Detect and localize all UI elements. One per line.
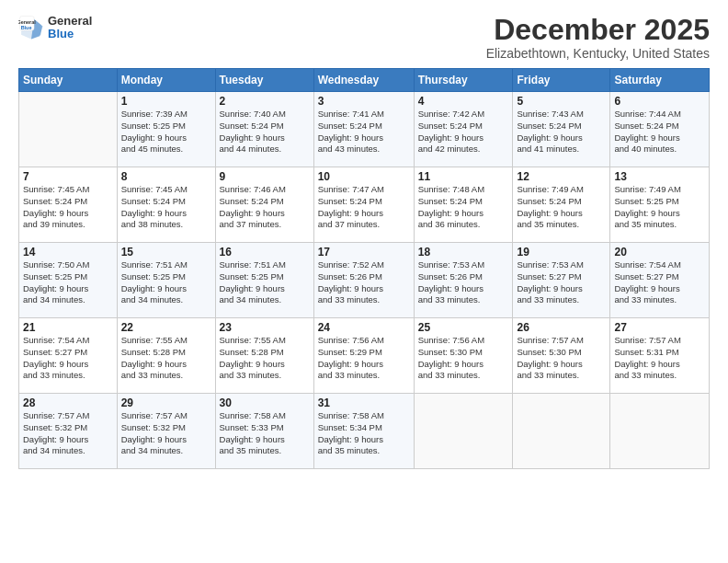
day-info: Sunrise: 7:51 AMSunset: 5:25 PMDaylight:… [121, 259, 211, 306]
calendar-dow-saturday: Saturday [610, 69, 710, 92]
calendar-cell: 6Sunrise: 7:44 AMSunset: 5:24 PMDaylight… [610, 92, 710, 167]
day-info: Sunrise: 7:50 AMSunset: 5:25 PMDaylight:… [23, 259, 113, 306]
day-number: 24 [318, 321, 410, 334]
calendar-header-row: SundayMondayTuesdayWednesdayThursdayFrid… [19, 69, 710, 92]
calendar-cell: 17Sunrise: 7:52 AMSunset: 5:26 PMDayligh… [313, 243, 414, 318]
day-number: 28 [23, 396, 113, 409]
day-number: 21 [23, 321, 113, 334]
calendar-cell [610, 394, 710, 469]
day-number: 3 [318, 95, 410, 108]
calendar-cell: 22Sunrise: 7:55 AMSunset: 5:28 PMDayligh… [117, 318, 215, 394]
day-number: 31 [318, 396, 410, 409]
header: General Blue General Blue December 2025 … [18, 15, 710, 61]
day-number: 20 [614, 246, 705, 259]
day-info: Sunrise: 7:55 AMSunset: 5:28 PMDaylight:… [121, 335, 211, 382]
day-info: Sunrise: 7:57 AMSunset: 5:31 PMDaylight:… [614, 335, 705, 382]
day-info: Sunrise: 7:51 AMSunset: 5:25 PMDaylight:… [220, 259, 310, 306]
calendar-cell [513, 394, 610, 469]
day-number: 13 [614, 170, 705, 183]
calendar-cell: 4Sunrise: 7:42 AMSunset: 5:24 PMDaylight… [414, 92, 513, 167]
day-number: 15 [121, 246, 211, 259]
day-info: Sunrise: 7:41 AMSunset: 5:24 PMDaylight:… [318, 109, 410, 155]
day-info: Sunrise: 7:57 AMSunset: 5:32 PMDaylight:… [121, 410, 211, 457]
title-area: December 2025 Elizabethtown, Kentucky, U… [486, 15, 710, 61]
day-info: Sunrise: 7:48 AMSunset: 5:24 PMDaylight:… [418, 184, 509, 231]
calendar-cell: 27Sunrise: 7:57 AMSunset: 5:31 PMDayligh… [610, 318, 710, 394]
calendar-cell: 19Sunrise: 7:53 AMSunset: 5:27 PMDayligh… [513, 243, 610, 318]
day-info: Sunrise: 7:39 AMSunset: 5:25 PMDaylight:… [121, 109, 211, 155]
day-info: Sunrise: 7:58 AMSunset: 5:34 PMDaylight:… [318, 410, 410, 457]
day-info: Sunrise: 7:57 AMSunset: 5:32 PMDaylight:… [23, 410, 113, 457]
day-number: 22 [121, 321, 211, 334]
calendar-dow-thursday: Thursday [414, 69, 513, 92]
day-number: 23 [220, 321, 310, 334]
day-info: Sunrise: 7:49 AMSunset: 5:25 PMDaylight:… [614, 184, 705, 231]
calendar-cell: 8Sunrise: 7:45 AMSunset: 5:24 PMDaylight… [117, 167, 215, 243]
day-number: 10 [318, 170, 410, 183]
day-info: Sunrise: 7:49 AMSunset: 5:24 PMDaylight:… [517, 184, 606, 231]
calendar-dow-wednesday: Wednesday [313, 69, 414, 92]
day-number: 27 [614, 321, 705, 334]
day-number: 18 [418, 246, 509, 259]
day-number: 8 [121, 170, 211, 183]
day-info: Sunrise: 7:43 AMSunset: 5:24 PMDaylight:… [517, 109, 606, 155]
day-info: Sunrise: 7:54 AMSunset: 5:27 PMDaylight:… [23, 335, 113, 382]
day-number: 9 [220, 170, 310, 183]
logo: General Blue General Blue [18, 15, 92, 41]
day-number: 30 [220, 396, 310, 409]
calendar-cell [414, 394, 513, 469]
day-number: 17 [318, 246, 410, 259]
day-info: Sunrise: 7:44 AMSunset: 5:24 PMDaylight:… [614, 109, 705, 155]
calendar-cell: 24Sunrise: 7:56 AMSunset: 5:29 PMDayligh… [313, 318, 414, 394]
day-number: 5 [517, 95, 606, 108]
calendar-week-row: 21Sunrise: 7:54 AMSunset: 5:27 PMDayligh… [19, 318, 710, 394]
calendar-week-row: 28Sunrise: 7:57 AMSunset: 5:32 PMDayligh… [19, 394, 710, 469]
svg-text:General: General [18, 19, 36, 25]
calendar-cell: 29Sunrise: 7:57 AMSunset: 5:32 PMDayligh… [117, 394, 215, 469]
day-number: 7 [23, 170, 113, 183]
location: Elizabethtown, Kentucky, United States [486, 46, 710, 61]
day-info: Sunrise: 7:45 AMSunset: 5:24 PMDaylight:… [121, 184, 211, 231]
calendar-cell: 11Sunrise: 7:48 AMSunset: 5:24 PMDayligh… [414, 167, 513, 243]
calendar-cell: 1Sunrise: 7:39 AMSunset: 5:25 PMDaylight… [117, 92, 215, 167]
calendar-table: SundayMondayTuesdayWednesdayThursdayFrid… [18, 68, 710, 469]
logo-text: General Blue [48, 15, 92, 41]
calendar-dow-monday: Monday [117, 69, 215, 92]
day-info: Sunrise: 7:52 AMSunset: 5:26 PMDaylight:… [318, 259, 410, 306]
day-info: Sunrise: 7:40 AMSunset: 5:24 PMDaylight:… [220, 109, 310, 155]
day-number: 14 [23, 246, 113, 259]
calendar-cell [19, 92, 118, 167]
calendar-cell: 10Sunrise: 7:47 AMSunset: 5:24 PMDayligh… [313, 167, 414, 243]
day-info: Sunrise: 7:58 AMSunset: 5:33 PMDaylight:… [220, 410, 310, 457]
day-info: Sunrise: 7:45 AMSunset: 5:24 PMDaylight:… [23, 184, 113, 231]
day-info: Sunrise: 7:56 AMSunset: 5:30 PMDaylight:… [418, 335, 509, 382]
calendar-cell: 30Sunrise: 7:58 AMSunset: 5:33 PMDayligh… [215, 394, 313, 469]
calendar-cell: 23Sunrise: 7:55 AMSunset: 5:28 PMDayligh… [215, 318, 313, 394]
calendar-dow-tuesday: Tuesday [215, 69, 313, 92]
svg-text:Blue: Blue [21, 26, 32, 31]
calendar-cell: 28Sunrise: 7:57 AMSunset: 5:32 PMDayligh… [19, 394, 118, 469]
calendar-cell: 15Sunrise: 7:51 AMSunset: 5:25 PMDayligh… [117, 243, 215, 318]
day-info: Sunrise: 7:54 AMSunset: 5:27 PMDaylight:… [614, 259, 705, 306]
calendar-week-row: 7Sunrise: 7:45 AMSunset: 5:24 PMDaylight… [19, 167, 710, 243]
calendar-week-row: 14Sunrise: 7:50 AMSunset: 5:25 PMDayligh… [19, 243, 710, 318]
day-info: Sunrise: 7:56 AMSunset: 5:29 PMDaylight:… [318, 335, 410, 382]
calendar-cell: 14Sunrise: 7:50 AMSunset: 5:25 PMDayligh… [19, 243, 118, 318]
calendar-cell: 5Sunrise: 7:43 AMSunset: 5:24 PMDaylight… [513, 92, 610, 167]
calendar-dow-friday: Friday [513, 69, 610, 92]
day-info: Sunrise: 7:53 AMSunset: 5:27 PMDaylight:… [517, 259, 606, 306]
day-number: 16 [220, 246, 310, 259]
page: General Blue General Blue December 2025 … [0, 0, 728, 563]
calendar-cell: 18Sunrise: 7:53 AMSunset: 5:26 PMDayligh… [414, 243, 513, 318]
calendar-cell: 26Sunrise: 7:57 AMSunset: 5:30 PMDayligh… [513, 318, 610, 394]
day-info: Sunrise: 7:46 AMSunset: 5:24 PMDaylight:… [220, 184, 310, 231]
calendar-cell: 2Sunrise: 7:40 AMSunset: 5:24 PMDaylight… [215, 92, 313, 167]
day-number: 1 [121, 95, 211, 108]
calendar-cell: 20Sunrise: 7:54 AMSunset: 5:27 PMDayligh… [610, 243, 710, 318]
day-info: Sunrise: 7:53 AMSunset: 5:26 PMDaylight:… [418, 259, 509, 306]
calendar-cell: 16Sunrise: 7:51 AMSunset: 5:25 PMDayligh… [215, 243, 313, 318]
day-number: 6 [614, 95, 705, 108]
calendar-cell: 31Sunrise: 7:58 AMSunset: 5:34 PMDayligh… [313, 394, 414, 469]
logo-general: General [48, 15, 92, 28]
day-number: 29 [121, 396, 211, 409]
